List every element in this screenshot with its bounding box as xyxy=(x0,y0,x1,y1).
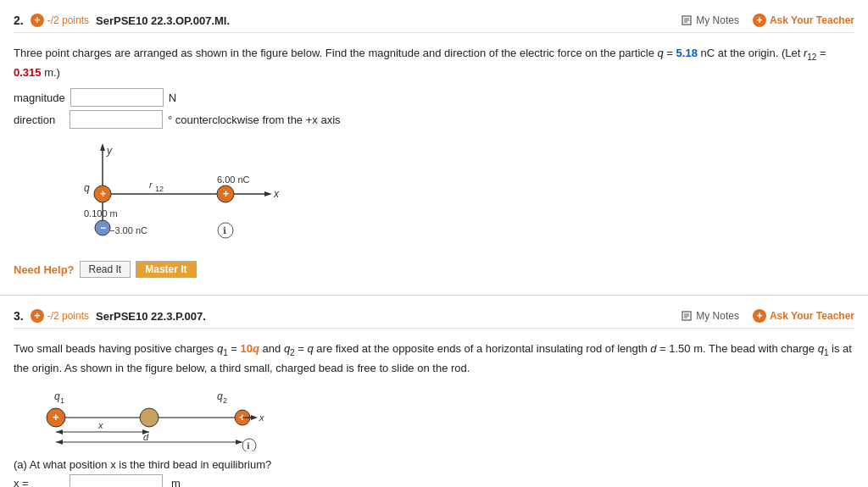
need-help-label: Need Help? xyxy=(14,263,75,276)
svg-text:+: + xyxy=(223,188,229,200)
ask-plus-icon-3: + xyxy=(753,309,766,323)
question-2-points: + -/2 points xyxy=(31,14,89,27)
question-2-body: Three point charges are arranged as show… xyxy=(14,42,854,281)
x-input[interactable] xyxy=(70,474,163,487)
plus-icon: + xyxy=(31,14,44,27)
question-3: 3. + -/2 points SerPSE10 22.3.P.007. My … xyxy=(0,296,868,487)
direction-label: direction xyxy=(14,113,64,126)
svg-text:x: x xyxy=(97,420,103,430)
question-2-header-left: 2. + -/2 points SerPSE10 22.3.OP.007.MI. xyxy=(14,14,230,27)
x-unit: m xyxy=(171,477,181,487)
svg-text:6.00 nC: 6.00 nC xyxy=(217,174,250,185)
svg-text:r: r xyxy=(149,180,153,190)
ask-plus-icon: + xyxy=(753,14,766,27)
magnitude-label: magnitude xyxy=(14,91,65,104)
svg-text:−: − xyxy=(100,222,106,234)
question-2-header-right: My Notes + Ask Your Teacher xyxy=(681,14,854,27)
question-3-header-right: My Notes + Ask Your Teacher xyxy=(681,309,854,323)
svg-text:x: x xyxy=(273,188,280,200)
svg-text:−3.00 nC: −3.00 nC xyxy=(109,225,147,235)
svg-text:ℹ: ℹ xyxy=(223,225,226,235)
question-3-points: + -/2 points xyxy=(31,309,89,323)
direction-row: direction ° counterclockwise from the +x… xyxy=(14,110,854,129)
question-3-ask-teacher-button[interactable]: + Ask Your Teacher xyxy=(753,309,854,323)
read-it-button[interactable]: Read It xyxy=(80,261,131,278)
question-2-problem-id: SerPSE10 22.3.OP.007.MI. xyxy=(96,14,230,27)
plus-icon-3: + xyxy=(31,309,44,323)
svg-text:0.100 m: 0.100 m xyxy=(84,208,118,219)
direction-input[interactable] xyxy=(70,110,163,129)
question-3-intro-text: Two small beads having positive charges … xyxy=(14,340,854,377)
figure-2-svg: q 1 q 2 + + xyxy=(31,388,268,451)
master-it-button[interactable]: Master It xyxy=(136,261,196,278)
svg-text:y: y xyxy=(106,145,113,157)
svg-marker-47 xyxy=(251,415,258,420)
question-3-number: 3. xyxy=(14,309,24,323)
svg-text:x: x xyxy=(259,412,264,423)
svg-text:1: 1 xyxy=(60,396,64,405)
figure-1-svg: y x + q r 12 + 6.00 nC xyxy=(31,139,302,249)
question-2-ask-teacher-label: Ask Your Teacher xyxy=(770,14,854,26)
question-3-body: Two small beads having positive charges … xyxy=(14,337,854,487)
question-3-points-label: -/2 points xyxy=(47,310,89,322)
magnitude-row: magnitude N xyxy=(14,88,854,107)
question-2-problem-text: Three point charges are arranged as show… xyxy=(14,45,854,81)
svg-text:+: + xyxy=(53,411,59,423)
svg-marker-44 xyxy=(56,440,63,445)
question-3-ask-teacher-label: Ask Your Teacher xyxy=(770,310,854,322)
magnitude-input[interactable] xyxy=(70,88,164,107)
question-3-header: 3. + -/2 points SerPSE10 22.3.P.007. My … xyxy=(14,304,854,329)
question-2-points-label: -/2 points xyxy=(47,14,89,26)
x-label: x = xyxy=(14,477,64,487)
svg-text:2: 2 xyxy=(223,396,227,405)
svg-marker-40 xyxy=(56,429,63,434)
svg-marker-43 xyxy=(236,440,242,445)
question-3-figure: q 1 q 2 + + xyxy=(31,388,854,451)
question-2: 2. + -/2 points SerPSE10 22.3.OP.007.MI.… xyxy=(0,0,868,296)
question-2-header: 2. + -/2 points SerPSE10 22.3.OP.007.MI.… xyxy=(14,8,854,33)
svg-marker-5 xyxy=(100,143,105,151)
svg-point-35 xyxy=(140,408,159,427)
question-3-problem-id: SerPSE10 22.3.P.007. xyxy=(96,310,206,323)
question-3-my-notes-label: My Notes xyxy=(696,310,739,322)
part-a: (a) At what position x is the third bead… xyxy=(14,458,854,487)
magnitude-unit: N xyxy=(169,91,176,104)
svg-text:ℹ: ℹ xyxy=(247,441,250,451)
svg-text:q: q xyxy=(84,182,90,194)
svg-text:q: q xyxy=(54,390,60,402)
svg-text:+: + xyxy=(100,188,106,200)
question-3-header-left: 3. + -/2 points SerPSE10 22.3.P.007. xyxy=(14,309,206,323)
need-help-section: Need Help? Read It Master It xyxy=(14,261,854,278)
question-2-ask-teacher-button[interactable]: + Ask Your Teacher xyxy=(753,14,854,27)
question-2-figure: y x + q r 12 + 6.00 nC xyxy=(31,139,854,249)
svg-text:q: q xyxy=(217,390,223,402)
part-a-label: (a) At what position x is the third bead… xyxy=(14,458,854,471)
notes-icon xyxy=(681,14,693,26)
direction-unit: ° counterclockwise from the +x axis xyxy=(168,113,341,126)
svg-text:12: 12 xyxy=(155,185,164,193)
x-input-row: x = m xyxy=(14,474,854,487)
question-2-number: 2. xyxy=(14,14,24,27)
notes-icon-3 xyxy=(681,310,693,322)
svg-text:d: d xyxy=(143,432,149,442)
svg-marker-8 xyxy=(264,191,272,196)
question-2-my-notes-button[interactable]: My Notes xyxy=(681,14,739,26)
question-2-my-notes-label: My Notes xyxy=(696,14,739,26)
question-3-my-notes-button[interactable]: My Notes xyxy=(681,310,739,322)
